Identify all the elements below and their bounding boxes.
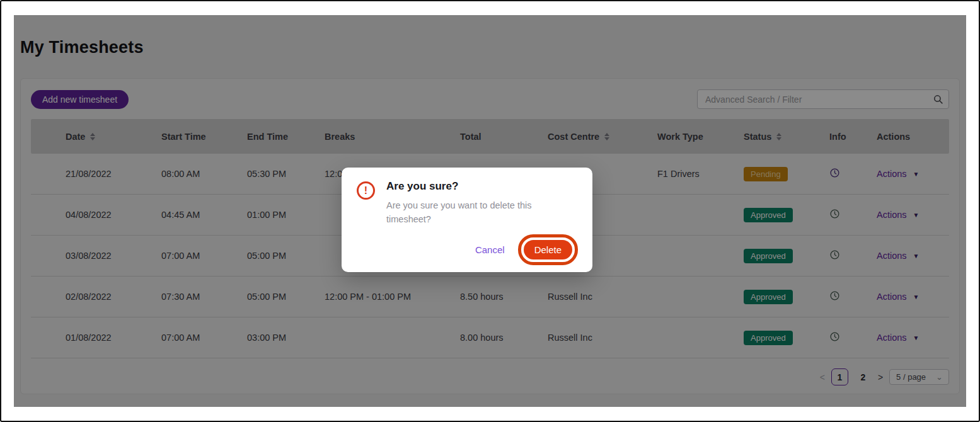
dialog-title: Are you sure?: [386, 180, 553, 193]
delete-button[interactable]: Delete: [524, 240, 572, 259]
delete-button-highlight-ring: Delete: [524, 240, 572, 259]
cancel-button[interactable]: Cancel: [475, 244, 505, 255]
confirm-delete-dialog: ! Are you sure? Are you sure you want to…: [342, 168, 592, 272]
dialog-header: ! Are you sure? Are you sure you want to…: [357, 180, 577, 227]
app-window: My Timesheets Add new timesheet Date: [14, 15, 966, 407]
dialog-footer: Cancel Delete: [357, 239, 577, 261]
warning-icon: !: [357, 181, 375, 200]
screenshot-frame: My Timesheets Add new timesheet Date: [0, 0, 980, 422]
dialog-message: Are you sure you want to delete this tim…: [386, 198, 553, 227]
